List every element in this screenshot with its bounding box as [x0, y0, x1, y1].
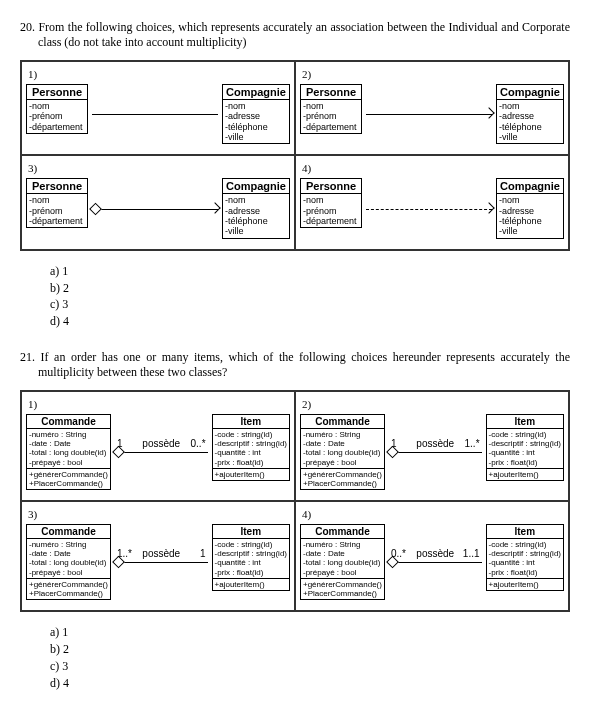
q20-answer-d: d) 4 [50, 313, 570, 330]
q20-prompt: From the following choices, which repres… [38, 20, 570, 49]
commande-box: Commande numéro : String date : Date tot… [300, 524, 385, 600]
question-20-text: 20. From the following choices, which re… [20, 20, 570, 50]
q21-cell-2: 2) Commande numéro : String date : Date … [295, 391, 569, 501]
item-box: Item code : string(id) descriptif : stri… [212, 414, 290, 481]
item-box: Item code : string(id) descriptif : stri… [486, 414, 564, 481]
q21-answer-c: c) 3 [50, 658, 570, 675]
q21-cell-2-label: 2) [300, 396, 564, 414]
personne-box: Personne nom prénom département [26, 84, 88, 134]
assoc-arrow [366, 101, 492, 127]
q21-cell-3: 3) Commande numéro : String date : Date … [21, 501, 295, 611]
arrow-right-icon [212, 204, 219, 214]
q20-cell-3: 3) Personne nom prénom département Compa… [21, 155, 295, 249]
personne-box: Personne nom prénom département [26, 178, 88, 228]
q20-cell-4-label: 4) [300, 160, 564, 178]
q21-cell-3-label: 3) [26, 506, 290, 524]
q21-cell-1: 1) Commande numéro : String date : Date … [21, 391, 295, 501]
commande-box: Commande numéro : String date : Date tot… [300, 414, 385, 490]
item-box: Item code : string(id) descriptif : stri… [212, 524, 290, 591]
compagnie-box: Compagnie nom adresse téléphone ville [222, 84, 290, 144]
q21-answer-a: a) 1 [50, 624, 570, 641]
assoc-possede: possède 1..* 1 [115, 549, 208, 575]
diamond-icon [89, 202, 102, 215]
question-21-text: 21. If an order has one or many items, w… [20, 350, 570, 380]
personne-box: Personne nom prénom département [300, 178, 362, 228]
q20-cell-1-label: 1) [26, 66, 290, 84]
q20-diagram-grid: 1) Personne nom prénom département Compa… [20, 60, 570, 251]
arrow-right-icon [486, 204, 493, 214]
compagnie-box: Compagnie nom adresse téléphone ville [222, 178, 290, 238]
q20-cell-2-label: 2) [300, 66, 564, 84]
q20-cell-4: 4) Personne nom prénom département Compa… [295, 155, 569, 249]
q20-answer-a: a) 1 [50, 263, 570, 280]
q21-answers: a) 1 b) 2 c) 3 d) 4 [50, 624, 570, 691]
q20-cell-1: 1) Personne nom prénom département Compa… [21, 61, 295, 155]
question-20: 20. From the following choices, which re… [20, 20, 570, 330]
item-box: Item code : string(id) descriptif : stri… [486, 524, 564, 591]
q21-cell-4: 4) Commande numéro : String date : Date … [295, 501, 569, 611]
q21-diagram-grid: 1) Commande numéro : String date : Date … [20, 390, 570, 612]
question-21: 21. If an order has one or many items, w… [20, 350, 570, 691]
compagnie-box: Compagnie nom adresse téléphone ville [496, 84, 564, 144]
q20-cell-2: 2) Personne nom prénom département Compa… [295, 61, 569, 155]
personne-box: Personne nom prénom département [300, 84, 362, 134]
assoc-dashed [366, 196, 492, 222]
assoc-possede: possède 1 1..* [389, 439, 482, 465]
commande-box: Commande numéro : String date : Date tot… [26, 414, 111, 490]
compagnie-box: Compagnie nom adresse téléphone ville [496, 178, 564, 238]
commande-box: Commande numéro : String date : Date tot… [26, 524, 111, 600]
assoc-aggregate [92, 196, 218, 222]
assoc-possede: possède 1 0..* [115, 439, 208, 465]
q21-cell-4-label: 4) [300, 506, 564, 524]
q21-number: 21. [20, 350, 35, 364]
q21-answer-b: b) 2 [50, 641, 570, 658]
q20-answer-c: c) 3 [50, 296, 570, 313]
q20-cell-3-label: 3) [26, 160, 290, 178]
q20-number: 20. [20, 20, 35, 34]
q21-prompt: If an order has one or many items, which… [38, 350, 570, 379]
assoc-plain [92, 101, 218, 127]
assoc-possede: possède 0..* 1..1 [389, 549, 482, 575]
arrow-right-icon [486, 109, 493, 119]
q21-cell-1-label: 1) [26, 396, 290, 414]
q20-answers: a) 1 b) 2 c) 3 d) 4 [50, 263, 570, 330]
q20-answer-b: b) 2 [50, 280, 570, 297]
q21-answer-d: d) 4 [50, 675, 570, 692]
